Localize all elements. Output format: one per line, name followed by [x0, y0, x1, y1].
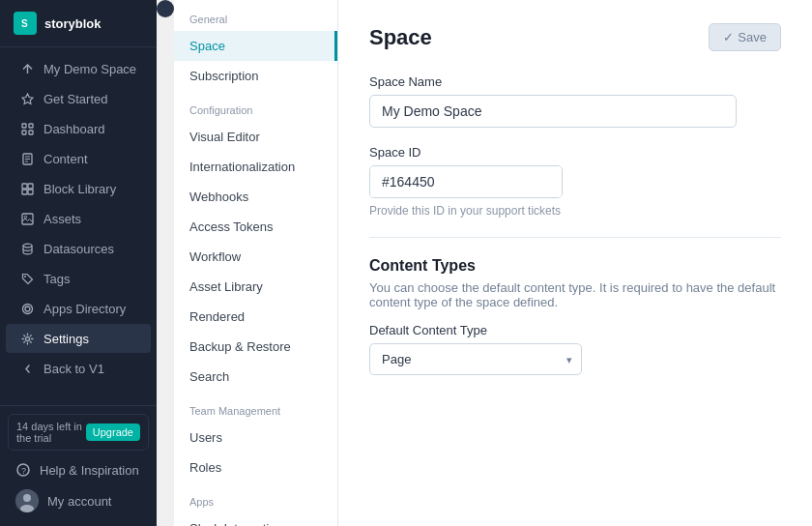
space-id-input[interactable] [370, 166, 563, 197]
content-types-title: Content Types [369, 257, 781, 275]
nav-label: Apps Directory [44, 302, 126, 316]
svg-point-20 [25, 336, 29, 340]
svg-rect-3 [29, 124, 33, 128]
menu-item-internationalization[interactable]: Internationalization [174, 152, 337, 182]
tags-icon [19, 271, 35, 286]
sidebar-nav: My Demo SpaceGet StartedDashboardContent… [0, 47, 157, 405]
svg-rect-12 [22, 190, 27, 194]
back-to-v1-item[interactable]: Back to V1 [6, 354, 151, 383]
menu-item-backup-restore[interactable]: Backup & Restore [174, 332, 337, 362]
sidebar-item-settings[interactable]: Settings [6, 324, 151, 353]
space-name-label: Space Name [369, 74, 781, 89]
space-id-wrap [369, 165, 563, 198]
sidebar-item-tags[interactable]: Tags [6, 264, 151, 293]
sidebar-item-assets[interactable]: Assets [6, 204, 151, 233]
help-inspiration-item[interactable]: ? Help & Inspiration [8, 456, 149, 483]
section-label-apps: Apps [174, 482, 337, 513]
space-id-label: Space ID [369, 145, 781, 160]
apps-directory-icon [19, 301, 35, 316]
space-id-field: Space ID Provide this ID in your support… [369, 145, 781, 218]
settings-icon [19, 331, 35, 346]
default-content-type-label: Default Content Type [369, 323, 781, 337]
block-library-icon [19, 181, 35, 196]
menu-item-access-tokens[interactable]: Access Tokens [174, 212, 337, 242]
section-label-general: General [174, 0, 337, 31]
content-types-desc: You can choose the default content type.… [369, 280, 781, 309]
svg-point-19 [22, 304, 32, 313]
svg-text:?: ? [21, 466, 26, 476]
back-label: Back to V1 [44, 362, 104, 376]
nav-label: Tags [44, 272, 70, 286]
svg-rect-4 [22, 131, 26, 134]
sidebar-item-get-started[interactable]: Get Started [6, 84, 151, 113]
default-content-type-select[interactable]: PagePostArticle [369, 343, 582, 375]
menu-item-webhooks[interactable]: Webhooks [174, 182, 337, 212]
trial-text: 14 days left in the trial [16, 421, 86, 444]
save-chevron-icon: ✓ [723, 30, 734, 44]
space-id-help: Provide this ID in your support tickets [369, 204, 781, 218]
nav-label: My Demo Space [44, 62, 136, 76]
help-label: Help & Inspiration [40, 463, 139, 478]
svg-rect-2 [22, 124, 26, 128]
logo-icon: S [14, 12, 37, 35]
sidebar-item-datasources[interactable]: Datasources [6, 234, 151, 263]
nav-label: Dashboard [44, 122, 105, 136]
menu-item-subscription[interactable]: Subscription [174, 61, 337, 91]
back-icon [19, 361, 35, 376]
menu-item-roles[interactable]: Roles [174, 453, 337, 482]
svg-rect-5 [29, 131, 33, 134]
svg-rect-11 [28, 184, 33, 189]
menu-item-rendered[interactable]: Rendered [174, 302, 337, 332]
my-demo-space-icon [19, 61, 35, 76]
logo-text: storyblok [44, 16, 102, 31]
dashboard-icon [19, 121, 35, 136]
svg-point-25 [20, 505, 34, 512]
sidebar-bottom: 14 days left in the trial Upgrade ? Help… [0, 405, 157, 526]
save-button[interactable]: ✓ Save [709, 23, 781, 51]
default-content-type-select-wrap: PagePostArticle ▾ [369, 343, 582, 375]
nav-label: Datasources [44, 242, 114, 256]
svg-text:S: S [21, 18, 28, 29]
menu-item-space[interactable]: Space [174, 31, 337, 61]
svg-rect-14 [22, 214, 33, 224]
menu-item-search[interactable]: Search [174, 362, 337, 392]
avatar [15, 489, 39, 512]
help-icon: ? [15, 462, 31, 478]
sidebar-item-content[interactable]: Content [6, 144, 151, 173]
menu-item-slack-integration[interactable]: Slack Integration [174, 513, 337, 526]
sidebar-collapse-button[interactable] [157, 0, 174, 17]
nav-label: Settings [44, 332, 89, 346]
section-label-team-management: Team Management [174, 392, 337, 423]
svg-rect-10 [22, 184, 27, 189]
main-content: Space ✓ Save Space Name Space ID Provide… [338, 0, 812, 526]
menu-item-visual-editor[interactable]: Visual Editor [174, 122, 337, 152]
nav-label: Content [44, 152, 88, 166]
menu-item-asset-library[interactable]: Asset Library [174, 272, 337, 302]
svg-point-18 [25, 307, 30, 311]
content-icon [19, 151, 35, 166]
get-started-icon [19, 91, 35, 106]
sidebar: S storyblok My Demo SpaceGet StartedDash… [0, 0, 157, 526]
space-name-input[interactable] [369, 95, 737, 128]
assets-icon [19, 211, 35, 226]
divider [369, 237, 781, 238]
svg-point-17 [24, 276, 26, 278]
sidebar-item-my-demo-space[interactable]: My Demo Space [6, 54, 151, 83]
svg-point-24 [23, 494, 31, 502]
svg-point-15 [24, 216, 26, 218]
my-account-item[interactable]: My account [8, 483, 149, 518]
datasources-icon [19, 241, 35, 256]
nav-label: Assets [44, 212, 81, 226]
menu-item-workflow[interactable]: Workflow [174, 242, 337, 272]
space-name-field: Space Name [369, 74, 781, 128]
settings-menu: GeneralSpaceSubscriptionConfigurationVis… [174, 0, 338, 526]
menu-item-users[interactable]: Users [174, 423, 337, 453]
upgrade-button[interactable]: Upgrade [86, 424, 140, 441]
sidebar-item-apps-directory[interactable]: Apps Directory [6, 294, 151, 323]
sidebar-item-dashboard[interactable]: Dashboard [6, 114, 151, 143]
sidebar-item-block-library[interactable]: Block Library [6, 174, 151, 203]
svg-point-16 [23, 244, 32, 248]
nav-label: Block Library [44, 182, 116, 196]
nav-label: Get Started [44, 92, 107, 106]
svg-rect-13 [28, 190, 33, 194]
